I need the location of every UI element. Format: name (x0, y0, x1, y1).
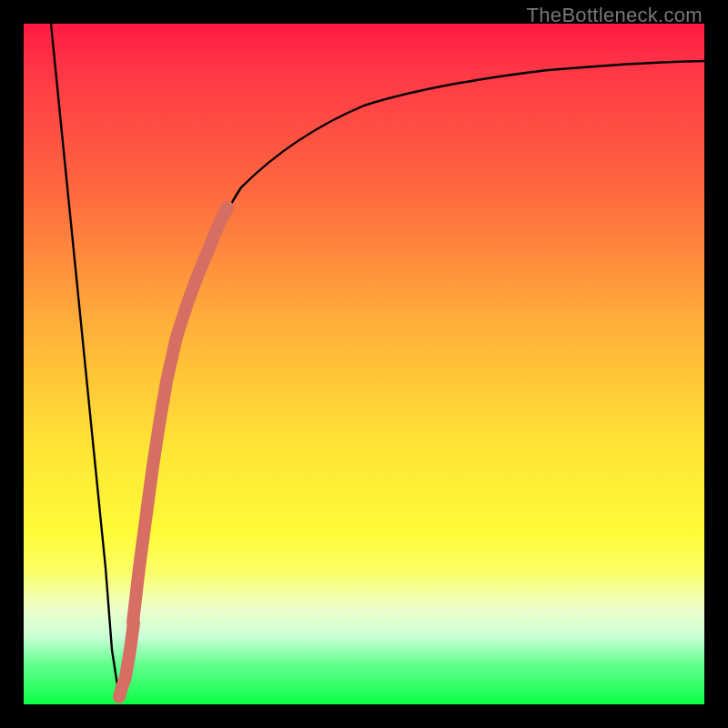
bottleneck-curve (51, 24, 704, 697)
plot-area (24, 24, 704, 704)
chart-frame: TheBottleneck.com (0, 0, 728, 728)
highlight-hook (119, 622, 134, 697)
highlight-segment (133, 207, 228, 622)
watermark-text: TheBottleneck.com (527, 4, 703, 27)
curve-layer (24, 24, 704, 704)
